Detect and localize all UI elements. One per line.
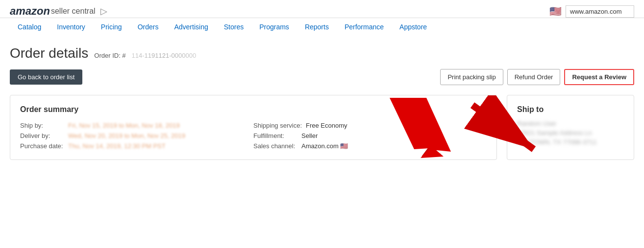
nav-item-appstore[interactable]: Appstore: [392, 18, 435, 36]
ship-to-card: Ship to Random User 17621 Sample Address…: [507, 95, 634, 160]
action-bar: Go back to order list Print packing slip…: [10, 69, 634, 85]
order-summary-title: Order summary: [20, 105, 487, 114]
refund-order-button[interactable]: Refund Order: [507, 69, 561, 85]
purchase-date-label: Purchase date:: [20, 142, 64, 150]
shipping-service-label: Shipping service:: [253, 122, 302, 129]
nav-item-catalog[interactable]: Catalog: [10, 18, 49, 36]
ship-by-row: Ship by: Fri, Nov 15, 2019 to Mon, Nov 1…: [20, 122, 253, 129]
nav-item-inventory[interactable]: Inventory: [49, 18, 93, 36]
address-line-1: Random User: [517, 120, 624, 127]
ship-by-label: Ship by:: [20, 122, 64, 129]
deliver-by-row: Deliver by: Wed, Nov 20, 2019 to Mon, No…: [20, 132, 253, 139]
page-title: Order details: [10, 45, 88, 61]
main-content: Order details Order ID: # 114-1191121-00…: [0, 36, 644, 170]
action-buttons-right: Print packing slip Refund Order Request …: [440, 69, 634, 85]
page-title-area: Order details Order ID: # 114-1191121-00…: [10, 45, 634, 61]
main-nav: Catalog Inventory Pricing Orders Adverti…: [0, 18, 644, 36]
amazon-logo-text: amazon: [10, 5, 50, 18]
order-id-label: Order ID: #: [94, 52, 125, 59]
address-line-2: 17621 Sample Address Ln: [517, 129, 624, 136]
summary-right: Shipping service: Free Economy Fulfillme…: [253, 122, 487, 150]
nav-item-performance[interactable]: Performance: [337, 18, 392, 36]
fulfillment-value: Seller: [301, 132, 318, 139]
purchase-date-value: Thu, Nov 14, 2019, 12:30 PM PST: [68, 142, 166, 150]
sales-channel-row: Sales channel: Amazon.com 🇺🇸: [253, 142, 487, 150]
nav-item-stores[interactable]: Stores: [216, 18, 251, 36]
nav-item-programs[interactable]: Programs: [251, 18, 297, 36]
ship-to-address: Random User 17621 Sample Address Ln ANYT…: [517, 120, 624, 146]
order-summary-card: Order summary Ship by: Fri, Nov 15, 2019…: [10, 95, 497, 160]
sales-channel-value: Amazon.com 🇺🇸: [301, 142, 348, 150]
nav-item-pricing[interactable]: Pricing: [93, 18, 130, 36]
ship-to-title: Ship to: [517, 105, 624, 114]
nav-item-orders[interactable]: Orders: [130, 18, 167, 36]
flag-icon: ▷: [100, 6, 107, 17]
nav-item-advertising[interactable]: Advertising: [166, 18, 216, 36]
order-id-value: 114-1191121-0000000: [132, 52, 197, 59]
marketplace-input[interactable]: [566, 5, 634, 18]
nav-item-reports[interactable]: Reports: [297, 18, 337, 36]
request-review-button[interactable]: Request a Review: [564, 69, 634, 85]
header: amazon seller central ▷ 🇺🇸: [0, 0, 644, 18]
fulfillment-label: Fulfillment:: [253, 132, 297, 139]
print-packing-slip-button[interactable]: Print packing slip: [440, 69, 503, 85]
shipping-service-value: Free Economy: [306, 122, 347, 129]
deliver-by-value: Wed, Nov 20, 2019 to Mon, Nov 25, 2019: [68, 132, 185, 139]
fulfillment-row: Fulfillment: Seller: [253, 132, 487, 139]
amazon-logo: amazon seller central: [10, 5, 96, 18]
header-left: amazon seller central ▷: [10, 5, 107, 18]
deliver-by-label: Deliver by:: [20, 132, 64, 139]
us-flag-icon: 🇺🇸: [549, 5, 562, 17]
summary-left: Ship by: Fri, Nov 15, 2019 to Mon, Nov 1…: [20, 122, 253, 150]
ship-by-value: Fri, Nov 15, 2019 to Mon, Nov 18, 2019: [68, 122, 180, 129]
header-right: 🇺🇸: [549, 5, 634, 18]
content-row: Order summary Ship by: Fri, Nov 15, 2019…: [10, 95, 634, 160]
purchase-date-row: Purchase date: Thu, Nov 14, 2019, 12:30 …: [20, 142, 253, 150]
summary-grid: Ship by: Fri, Nov 15, 2019 to Mon, Nov 1…: [20, 122, 487, 150]
address-line-3: ANYTOWN, TX 77098-3711: [517, 138, 624, 146]
seller-central-text: seller central: [51, 7, 96, 16]
shipping-service-row: Shipping service: Free Economy: [253, 122, 487, 129]
sales-channel-label: Sales channel:: [253, 142, 297, 150]
go-back-button[interactable]: Go back to order list: [10, 69, 82, 85]
